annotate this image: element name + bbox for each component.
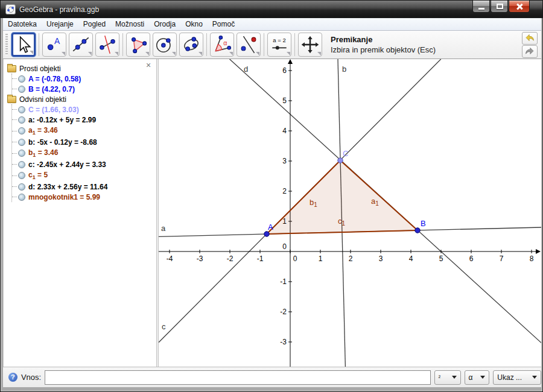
line-label-c[interactable]: c — [162, 322, 166, 331]
tool-dropdown-icon[interactable] — [317, 52, 321, 55]
point-C[interactable] — [338, 158, 343, 163]
algebra-item[interactable]: a: -0.12x + 5y = 2.99 — [12, 115, 156, 125]
tree-connector — [12, 78, 17, 79]
tool-dropdown-icon[interactable] — [287, 52, 290, 55]
algebra-item[interactable]: b1 = 3.46 — [12, 147, 156, 159]
point-B[interactable] — [415, 228, 420, 233]
graphics-view[interactable]: -4-3-2-1012345678654321-1-2-30b1a1c1abcd… — [159, 59, 541, 367]
algebra-item[interactable]: b: -5x - 0.12y = -8.68 — [12, 137, 156, 147]
redo-button[interactable] — [522, 45, 538, 58]
tree-connector — [12, 89, 17, 89]
visibility-marble-icon[interactable] — [18, 106, 25, 113]
menu-pomoč[interactable]: Pomoč — [208, 18, 240, 30]
algebra-item[interactable]: d: 2.33x + 2.56y = 11.64 — [12, 182, 156, 192]
algebra-item[interactable]: A = (-0.78, 0.58) — [12, 74, 156, 84]
tool-dropdown-icon[interactable] — [172, 52, 176, 55]
tool-new-point[interactable]: A — [42, 33, 66, 57]
tree-folder[interactable]: Odvisni objekti — [7, 94, 156, 104]
tree-connector — [12, 109, 17, 110]
maximize-icon — [497, 4, 503, 9]
point-label-A[interactable]: A — [268, 223, 273, 232]
tool-slider[interactable]: a = 2 — [267, 33, 291, 57]
visibility-marble-icon[interactable] — [18, 75, 25, 83]
visibility-marble-icon[interactable] — [18, 127, 25, 134]
algebra-tree: Prosti objektiA = (-0.78, 0.58)B = (4.22… — [4, 59, 156, 202]
x-tick-label: -1 — [257, 254, 264, 263]
graphics-svg[interactable]: -4-3-2-1012345678654321-1-2-30b1a1c1abcd… — [159, 59, 541, 367]
algebra-close-button[interactable]: × — [144, 62, 153, 70]
toolbar-separator — [39, 33, 39, 56]
algebra-item[interactable]: mnogokotnik1 = 5.99 — [12, 192, 156, 202]
algebra-item-text: mnogokotnik1 = 5.99 — [28, 193, 100, 201]
visibility-marble-icon[interactable] — [18, 161, 25, 168]
tool-angle[interactable]: α — [210, 33, 234, 57]
maximize-button[interactable] — [491, 1, 508, 13]
line-label-d[interactable]: d — [244, 65, 248, 74]
tree-folder[interactable]: Prosti objekti — [7, 63, 156, 74]
tool-dropdown-icon[interactable] — [115, 52, 118, 55]
menu-urejanje[interactable]: Urejanje — [42, 18, 78, 30]
tool-conic[interactable] — [179, 33, 203, 57]
svg-text:α: α — [223, 39, 227, 46]
point-label-B[interactable]: B — [421, 219, 426, 228]
menu-datoteka[interactable]: Datoteka — [3, 18, 42, 30]
visibility-marble-icon[interactable] — [18, 183, 25, 191]
chevron-down-icon — [480, 376, 485, 379]
algebra-item[interactable]: C = (1.66, 3.03) — [12, 104, 156, 115]
x-tick-label: 4 — [409, 254, 413, 263]
origin-label: 0 — [282, 242, 287, 251]
algebra-item[interactable]: c1 = 5 — [12, 169, 156, 182]
x-tick-label: 0 — [293, 254, 297, 263]
line-label-a[interactable]: a — [161, 224, 166, 233]
folder-label: Odvisni objekti — [19, 95, 66, 104]
tool-dropdown-icon[interactable] — [198, 52, 202, 55]
minimize-button[interactable] — [472, 1, 490, 13]
algebra-item[interactable]: c: -2.45x + 2.44y = 3.33 — [12, 159, 156, 169]
menu-pogled[interactable]: Pogled — [78, 18, 110, 30]
menu-okno[interactable]: Okno — [180, 18, 208, 30]
toolbar-grip[interactable] — [5, 34, 8, 55]
command-input[interactable] — [45, 370, 431, 385]
greek-letter-dropdown[interactable]: α — [465, 370, 490, 385]
tool-circle[interactable] — [153, 33, 177, 57]
power-symbol-label: ² — [439, 374, 440, 381]
y-tick-label: 5 — [282, 96, 287, 105]
menu-orodja[interactable]: Orodja — [149, 18, 180, 30]
line-label-b[interactable]: b — [342, 65, 346, 74]
point-label-C[interactable]: C — [343, 149, 348, 158]
tool-move-graphics-view[interactable] — [298, 33, 322, 57]
undo-button[interactable] — [522, 32, 538, 45]
visibility-marble-icon[interactable] — [18, 194, 25, 201]
title-bar[interactable]: GeoGebra - pravilna.ggb — [1, 1, 542, 18]
tool-dropdown-icon[interactable] — [62, 52, 65, 55]
visibility-marble-icon[interactable] — [18, 172, 25, 179]
visibility-marble-icon[interactable] — [18, 86, 25, 93]
tool-dropdown-icon[interactable] — [88, 52, 92, 55]
tree-connector — [12, 119, 17, 120]
tool-line[interactable] — [69, 33, 93, 57]
tool-dropdown-icon[interactable] — [30, 51, 33, 54]
tool-dropdown-icon[interactable] — [229, 52, 233, 55]
close-button[interactable] — [509, 1, 530, 13]
tool-dropdown-icon[interactable] — [256, 52, 259, 55]
algebra-item[interactable]: a1 = 3.46 — [12, 125, 156, 137]
tool-dropdown-icon[interactable] — [145, 52, 149, 55]
y-tick-label: 4 — [282, 127, 287, 135]
geogebra-logo-icon — [5, 4, 16, 14]
point-A[interactable] — [264, 232, 269, 236]
command-dropdown[interactable]: Ukaz ... — [493, 370, 541, 385]
tool-polygon[interactable] — [126, 33, 150, 57]
visibility-marble-icon[interactable] — [18, 150, 25, 157]
tool-reflect[interactable] — [237, 33, 261, 57]
mode-description: Izbira in premik objektov (Esc) — [331, 45, 436, 55]
input-help-icon[interactable]: ? — [8, 373, 17, 382]
power-symbol-dropdown[interactable]: ² — [434, 370, 461, 385]
tool-perpendicular-bisector[interactable] — [95, 33, 119, 57]
tool-move[interactable] — [11, 33, 36, 57]
input-label: Vnos: — [21, 373, 41, 382]
algebra-item[interactable]: B = (4.22, 0.7) — [12, 84, 156, 94]
visibility-marble-icon[interactable] — [18, 116, 25, 124]
visibility-marble-icon[interactable] — [18, 139, 25, 146]
menu-možnosti[interactable]: Možnosti — [110, 18, 149, 30]
x-tick-label: 3 — [379, 254, 383, 263]
